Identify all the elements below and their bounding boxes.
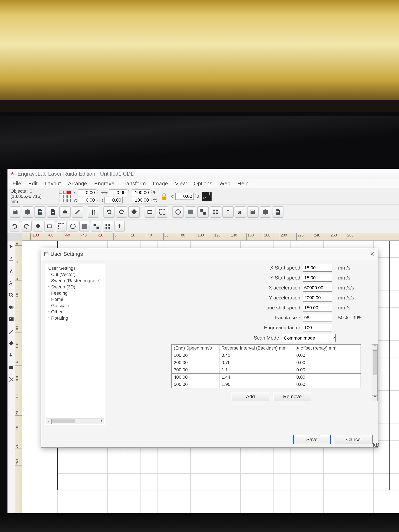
menu-view[interactable]: View [172,180,189,188]
open-file-icon[interactable] [22,206,33,218]
scroll-right-icon[interactable]: › [99,418,104,424]
layer-color-swatch[interactable] [202,192,212,201]
merge-icon[interactable] [68,221,78,232]
nodes-icon[interactable] [197,206,209,218]
remove-button[interactable]: Remove [274,392,311,401]
tree-horizontal-scrollbar[interactable]: ‹ › [46,418,104,424]
camera2-icon[interactable] [21,221,32,232]
save-button[interactable]: Save [293,435,331,444]
x-position-input[interactable] [78,189,96,196]
menu-engrave[interactable]: Engrave [92,180,117,188]
menu-layout[interactable]: Layout [42,180,63,188]
spinner-icon[interactable]: ˄˅ [151,190,152,195]
height-input[interactable] [104,197,123,203]
sparkle-icon[interactable] [44,221,55,232]
spinner-icon[interactable]: ˄˅ [334,285,336,290]
puzzle-icon[interactable] [91,221,101,232]
panel-icon[interactable] [33,221,43,232]
tree-item[interactable]: Sweep (Raster engrave) [47,278,103,284]
canvas[interactable]: User Settings ✕ User SettingsCut (Vector… [22,241,399,514]
y-start-speed-input[interactable] [303,274,332,282]
table-row[interactable]: 400.001.440.00 [172,374,361,381]
menu-help[interactable]: Help [235,180,251,188]
measure-tool-icon[interactable] [7,375,15,384]
dashed-circle-icon[interactable] [114,221,125,232]
y-position-input[interactable] [78,197,96,203]
scale-x-input[interactable] [132,189,150,196]
y-acceleration-input[interactable] [303,294,332,302]
engraving-factor-input[interactable] [303,324,332,331]
scroll-left-icon[interactable]: ‹ [46,418,51,424]
settings-tree[interactable]: User SettingsCut (Vector)Sweep (Raster e… [45,264,105,425]
marquee-icon[interactable] [157,206,168,218]
table-row[interactable]: 200.000.760.00 [172,359,361,366]
text-tool-icon[interactable] [272,206,284,218]
spinner-icon[interactable]: ˄˅ [128,190,129,195]
fill-tool-icon[interactable] [7,303,15,312]
save-icon[interactable] [34,206,46,218]
tree-item[interactable]: Cut (Vector) [47,271,103,278]
puzzle2-icon[interactable] [103,221,113,232]
shape-tool-icon[interactable] [7,339,15,348]
spinner-icon[interactable]: ˄˅ [334,305,336,310]
undo-icon[interactable] [103,206,115,218]
tree-item[interactable]: Go scale [47,303,103,309]
zoom-tool-icon[interactable] [7,291,15,300]
machine-tool-icon[interactable] [7,254,15,264]
print-icon[interactable] [59,206,71,218]
scissors-icon[interactable] [88,206,99,218]
layer-icon[interactable] [79,221,90,232]
spinner-icon[interactable]: ˄˅ [195,194,196,199]
table-vertical-scrollbar[interactable]: ˄ ˅ [372,344,378,401]
backlash-table[interactable]: (End) Speed mm/sReverse Interval (Backla… [171,344,361,388]
spinner-icon[interactable]: ˄˅ [97,198,98,203]
add-button[interactable]: Add [232,392,269,401]
sparkle2-icon[interactable] [56,221,66,232]
spinner-icon[interactable]: ˄˅ [334,316,336,320]
spinner-icon[interactable]: ˄˅ [123,198,125,203]
scale-y-input[interactable] [132,197,150,203]
menu-image[interactable]: Image [151,180,171,188]
tree-item[interactable]: Other [47,309,103,315]
hand-tool-icon[interactable] [7,351,15,360]
grid-icon[interactable] [210,206,221,218]
menu-arrange[interactable]: Arrange [65,180,90,188]
x-acceleration-input[interactable] [303,284,332,291]
table-row[interactable]: 100.000.410.00 [172,352,361,359]
select-tool-icon[interactable] [7,242,15,252]
circle-dashed-icon[interactable] [260,206,271,218]
tree-root[interactable]: User Settings [47,265,103,271]
menu-edit[interactable]: Edit [26,180,40,188]
fill-icon[interactable] [185,206,196,218]
bounds-icon[interactable] [10,221,20,232]
facula-size-input[interactable] [303,314,332,322]
menu-transform[interactable]: Transform [119,180,148,188]
cut-icon[interactable] [72,206,83,218]
spinner-icon[interactable]: ˄˅ [334,296,336,300]
tree-item[interactable]: Feeding [47,290,103,296]
cancel-button[interactable]: Cancel [335,435,373,444]
compass-tool-icon[interactable] [7,266,15,276]
arrow-up-icon[interactable] [222,206,234,218]
screen-icon[interactable] [144,206,155,218]
table-row[interactable]: 300.001.110.00 [172,366,361,374]
anchor-grid-icon[interactable] [59,190,71,202]
lock-aspect-icon[interactable]: 🔒 [160,193,168,200]
text-tool-icon[interactable]: A [7,279,15,288]
spinner-icon[interactable]: ˄˅ [334,325,336,330]
tree-item[interactable]: Home [47,296,103,303]
menu-web[interactable]: Web [217,180,233,188]
rotation-input[interactable] [175,193,194,200]
spinner-icon[interactable]: ˄˅ [334,276,336,280]
table-row[interactable]: 500.001.900.00 [172,381,361,388]
camera-icon[interactable] [172,206,184,218]
new-file-icon[interactable] [10,206,21,218]
x-start-speed-input[interactable] [303,264,332,272]
redo-icon[interactable] [116,206,127,218]
scan-mode-select[interactable]: Common mode [282,334,336,342]
spinner-icon[interactable]: ˄˅ [334,266,336,270]
line-shift-speed-input[interactable] [303,304,332,311]
tree-item[interactable]: Rotating [47,315,103,321]
scroll-up-icon[interactable]: ˄ [372,344,378,350]
menu-file[interactable]: File [10,180,24,188]
